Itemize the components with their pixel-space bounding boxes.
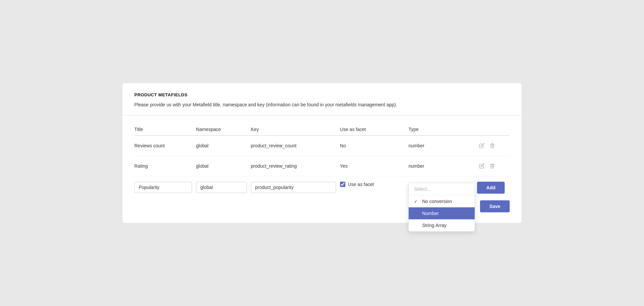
col-header-namespace: Namespace (196, 123, 251, 136)
row2-actions (477, 156, 510, 176)
check-mark-icon: ✓ (414, 199, 419, 204)
new-namespace-input[interactable] (196, 182, 247, 193)
col-header-title: Title (134, 123, 196, 136)
new-metafield-row: Use as facet Select... ✓ No conversion (134, 176, 510, 194)
row2-facet: Yes (340, 156, 409, 176)
new-row-key-cell (251, 176, 340, 194)
table-row: Reviews count global product_review_coun… (134, 136, 510, 156)
card-description: Please provide us with your Metafield ti… (134, 101, 510, 108)
metafields-table: Title Namespace Key Use as facet Type Re… (134, 123, 510, 194)
new-title-input[interactable] (134, 182, 192, 193)
dropdown-option-string-array[interactable]: String Array (409, 219, 475, 231)
row1-actions (477, 136, 510, 156)
new-row-type-cell: Select... ✓ No conversion Number (408, 176, 477, 194)
col-header-actions (477, 123, 510, 136)
dropdown-option-number[interactable]: Number (409, 207, 475, 219)
new-row-namespace-cell (196, 176, 251, 194)
row1-key: product_review_count (251, 136, 340, 156)
use-as-facet-checkbox[interactable] (340, 182, 345, 187)
table-row: Rating global product_review_rating Yes … (134, 156, 510, 176)
row1-title: Reviews count (134, 136, 196, 156)
col-header-key: Key (251, 123, 340, 136)
type-dropdown[interactable]: Select... ✓ No conversion Number (408, 183, 475, 232)
use-as-facet-label[interactable]: Use as facet (340, 182, 405, 187)
dropdown-option-no-conversion[interactable]: ✓ No conversion (409, 195, 475, 207)
row2-key: product_review_rating (251, 156, 340, 176)
row2-edit-button[interactable] (477, 162, 486, 170)
card-title: PRODUCT METAFIELDS (134, 92, 510, 97)
option-number-label: Number (422, 211, 439, 216)
save-button[interactable]: Save (480, 200, 510, 212)
col-header-facet: Use as facet (340, 123, 409, 136)
option-string-array-label: String Array (422, 223, 446, 228)
card-body: Title Namespace Key Use as facet Type Re… (122, 115, 522, 223)
row1-type: number (408, 136, 477, 156)
row1-delete-button[interactable] (488, 142, 497, 150)
row1-facet: No (340, 136, 409, 156)
new-row-title-cell (134, 176, 196, 194)
new-row-actions-cell: Add (477, 176, 510, 194)
row2-type: number (408, 156, 477, 176)
option-no-conversion-label: No conversion (422, 199, 452, 204)
new-key-input[interactable] (251, 182, 336, 193)
row1-edit-button[interactable] (477, 142, 486, 150)
new-row-facet-cell: Use as facet (340, 176, 409, 194)
product-metafields-card: PRODUCT METAFIELDS Please provide us wit… (122, 83, 522, 223)
add-button[interactable]: Add (477, 182, 505, 194)
row2-delete-button[interactable] (488, 162, 497, 170)
col-header-type: Type (408, 123, 477, 136)
row2-title: Rating (134, 156, 196, 176)
row1-namespace: global (196, 136, 251, 156)
card-header: PRODUCT METAFIELDS Please provide us wit… (122, 83, 522, 115)
dropdown-placeholder: Select... (409, 183, 475, 195)
row2-namespace: global (196, 156, 251, 176)
facet-label-text: Use as facet (348, 182, 374, 187)
